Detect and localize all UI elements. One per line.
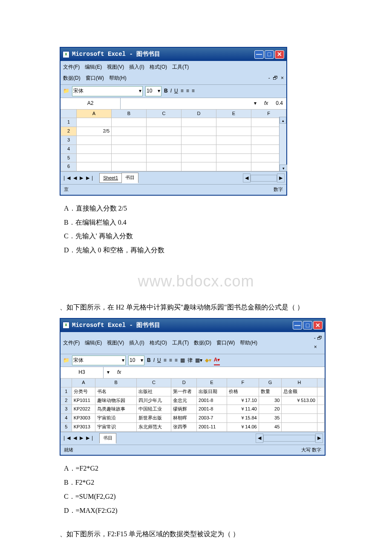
bold-button[interactable]: B — [147, 356, 151, 365]
row-header[interactable]: 6 — [61, 162, 77, 171]
sheet-tab[interactable]: 书目 — [99, 433, 116, 444]
underline-button[interactable]: U — [174, 87, 178, 96]
menu-item[interactable]: 编辑(E) — [85, 63, 102, 72]
col-header[interactable]: B — [112, 109, 147, 118]
scroll-down-icon[interactable]: ▾ — [280, 165, 287, 171]
table-row[interactable]: 1 分类号书名出版社 第一作者出版日期价格 数量总金额 — [61, 387, 325, 396]
align-center-icon[interactable]: ≡ — [186, 87, 189, 96]
font-color-icon[interactable]: A▾ — [214, 356, 220, 366]
open-icon[interactable]: 📁 — [63, 356, 69, 365]
table-row[interactable]: 2 KP1011趣味动物乐园四川少年儿 金忠元2001-8￥17.10 30￥5… — [61, 396, 325, 405]
merge-icon[interactable]: ▦ — [180, 356, 185, 365]
col-header[interactable]: H — [282, 379, 317, 387]
col-header[interactable]: C — [147, 109, 182, 118]
menu-item[interactable]: 文件(F) — [63, 338, 80, 348]
menu-item[interactable]: 数据(D) — [63, 74, 81, 83]
h-scroll-right-icon[interactable]: ▶ — [277, 173, 285, 183]
h-scroll-right-icon[interactable]: ▶ — [315, 434, 323, 443]
menu-item[interactable]: 窗口(W) — [86, 74, 104, 83]
col-header[interactable]: A — [77, 109, 112, 118]
italic-button[interactable]: I — [170, 87, 172, 96]
sheet-tab[interactable]: 书目 — [121, 173, 138, 183]
menu-item[interactable]: 窗口(W) — [216, 338, 235, 348]
font-select[interactable]: 宋体▾ — [72, 86, 143, 96]
menu-item[interactable]: 帮助(H) — [240, 338, 257, 348]
col-header[interactable]: G — [259, 379, 282, 387]
scroll-up-icon[interactable]: ▴ — [280, 117, 286, 124]
table-row[interactable]: 5 KP3013宇宙常识东北师范大 张四季2001-11￥14.06 45 — [61, 423, 325, 432]
formula-value[interactable]: 0.4 — [272, 98, 286, 109]
sheet-tab[interactable]: Sheet1 — [99, 173, 122, 183]
table-row[interactable]: 3 KP2022鸟类趣味故事中国轻工业 缪炳辉2001-8￥11.40 20 — [61, 405, 325, 414]
open-icon[interactable]: 📁 — [63, 87, 69, 96]
font-select[interactable]: 宋体▾ — [72, 356, 126, 366]
col-header[interactable]: A — [72, 379, 95, 387]
h-scroll-left-icon[interactable]: ◀ — [256, 434, 263, 443]
row-header[interactable]: 4 — [61, 145, 77, 153]
active-cell[interactable]: 2/5 — [77, 127, 112, 136]
doc-window-controls[interactable]: - 🗗× — [314, 334, 322, 352]
close-button[interactable]: ✕ — [313, 321, 323, 330]
worksheet[interactable]: A B C D E F 1 22/5 3 4 5 6 ▴ ▾ — [61, 109, 286, 172]
align-right-icon[interactable]: ≡ — [192, 87, 195, 96]
col-header[interactable]: E — [216, 109, 251, 118]
close-button[interactable]: ✕ — [275, 50, 284, 59]
row-header[interactable]: 5 — [61, 153, 77, 162]
underline-button[interactable]: U — [157, 356, 161, 365]
align-center-icon[interactable]: ≡ — [169, 356, 172, 365]
doc-window-controls[interactable]: - 🗗 × — [268, 74, 284, 83]
menu-item[interactable]: 视图(V) — [107, 63, 124, 72]
fx-icon[interactable]: fx — [260, 99, 272, 108]
minimize-button[interactable]: — — [254, 50, 264, 59]
status-left: 京 — [64, 185, 69, 194]
maximize-button[interactable]: □ — [265, 50, 274, 59]
align-left-icon[interactable]: ≡ — [164, 356, 167, 365]
col-header[interactable]: E — [197, 379, 227, 387]
row-header[interactable]: 1 — [61, 118, 77, 127]
italic-button[interactable]: I — [153, 356, 155, 365]
menu-item[interactable]: 插入(I) — [129, 338, 144, 348]
titlebar-2[interactable]: X Microsoft Excel - 图书书目 — □ ✕ — [61, 319, 325, 332]
vertical-scrollbar[interactable]: ▴ ▾ — [279, 117, 286, 172]
borders-icon[interactable]: ▦▾ — [195, 356, 202, 365]
minimize-button[interactable]: — — [293, 321, 302, 330]
menu-item[interactable]: 格式(O) — [150, 63, 167, 72]
col-header[interactable]: D — [182, 109, 216, 118]
maximize-button[interactable]: □ — [303, 321, 312, 330]
titlebar-1[interactable]: X Microsoft Excel - 图书书目 — □ ✕ — [61, 48, 286, 61]
formula-bar: H3 ▾ fx — [61, 367, 325, 378]
align-left-icon[interactable]: ≡ — [181, 87, 184, 96]
name-box[interactable]: A2 — [61, 98, 121, 109]
menu-item[interactable]: 工具(T) — [172, 338, 189, 348]
col-header[interactable]: D — [171, 379, 197, 387]
formula-value[interactable] — [125, 372, 132, 373]
menu-item[interactable]: 插入(I) — [129, 63, 144, 72]
col-header[interactable]: F — [227, 379, 259, 387]
menu-item[interactable]: 格式(O) — [150, 338, 167, 348]
h-scroll-left-icon[interactable]: ◀ — [243, 173, 251, 183]
row-header[interactable]: 2 — [61, 127, 77, 136]
status-right: 大写 数字 — [301, 446, 321, 454]
fx-icon[interactable]: fx — [113, 368, 125, 377]
row-header[interactable]: 3 — [61, 136, 77, 145]
col-header[interactable]: B — [95, 379, 136, 387]
menu-item[interactable]: 文件(F) — [63, 63, 80, 72]
fill-color-icon[interactable]: ◆▾ — [205, 356, 211, 365]
menu-item[interactable]: 视图(V) — [107, 338, 124, 348]
bold-button[interactable]: B — [164, 87, 168, 96]
name-box[interactable]: H3 — [61, 367, 104, 378]
tab-nav-buttons[interactable]: ❘◀ ◀ ▶ ▶❘ — [62, 174, 95, 182]
fontsize-select[interactable]: 10▾ — [128, 356, 144, 366]
menu-item[interactable]: 编辑(E) — [85, 338, 102, 348]
menu-item[interactable]: 帮助(H) — [109, 74, 127, 83]
table-row[interactable]: 4 KP3003宇宙前沿新世界出版 林朝晖2003-7￥15.84 35 — [61, 414, 325, 423]
worksheet[interactable]: A B C D E F G H 1 分类号书名出版社 第一作者出版日期价格 数量… — [61, 378, 325, 432]
fontsize-select[interactable]: 10▾ — [145, 86, 161, 96]
align-right-icon[interactable]: ≡ — [175, 356, 178, 365]
tab-nav-buttons[interactable]: ❘◀ ◀ ▶ ▶❘ — [62, 434, 95, 442]
indent-icon[interactable]: 律 — [187, 356, 193, 365]
menu-item[interactable]: 工具(T) — [172, 63, 189, 72]
question-3: 、如下图所示，F2:F15 单元格区域的数据类型被设定为（ ） — [60, 528, 332, 541]
menu-item[interactable]: 数据(D) — [194, 338, 211, 348]
col-header[interactable]: C — [136, 379, 171, 387]
